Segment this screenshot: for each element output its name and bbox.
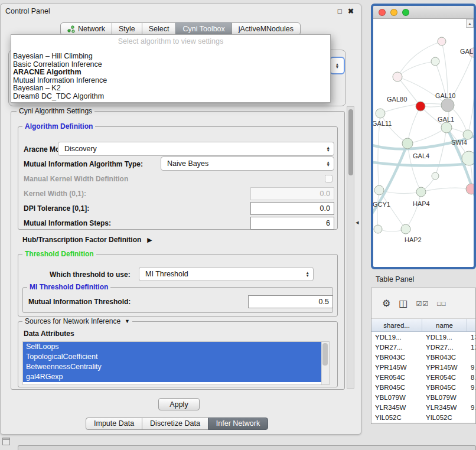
table-row[interactable]: YBL079W YBL079W <box>371 392 475 402</box>
columns-icon[interactable]: ◫ <box>399 299 407 308</box>
traffic-light-yellow[interactable] <box>390 9 397 16</box>
hub-section-toggle[interactable]: Hub/Transcription Factor Definition ▶ <box>22 236 152 244</box>
mi-type-value: Naive Bayes <box>167 159 208 168</box>
mi-threshold-input[interactable] <box>248 295 333 308</box>
which-threshold-value: MI Threshold <box>145 270 188 278</box>
tab-network[interactable]: Network <box>60 22 112 35</box>
select-all-icon[interactable]: ☑☑ <box>416 299 429 308</box>
tab-style[interactable]: Style <box>112 22 142 35</box>
tab-label: Select <box>149 25 169 33</box>
dropdown-item[interactable]: ARACNE Algorithm <box>11 69 330 77</box>
svg-text:HAP4: HAP4 <box>413 200 430 207</box>
kernel-width-input[interactable] <box>250 187 334 200</box>
traffic-light-green[interactable] <box>402 9 409 16</box>
table-cell: YPR145W <box>422 364 467 371</box>
network-window-titlebar[interactable] <box>373 6 474 19</box>
control-panel-titlebar[interactable]: Control Panel □ ✖ <box>1 4 361 18</box>
svg-text:GAL: GAL <box>460 48 473 55</box>
data-attributes-list: SelfLoops TopologicalCoefficient Between… <box>22 341 330 385</box>
svg-text:GAL80: GAL80 <box>387 96 407 103</box>
stepper-icon: ▲▼ <box>325 161 332 167</box>
close-icon[interactable]: ✖ <box>348 7 354 15</box>
algorithm-combobox-button[interactable]: ▲▼ <box>330 57 345 74</box>
table-row[interactable]: YIL052C YIL052C <box>371 412 475 422</box>
table-row[interactable]: YPR145W YPR145W 9. <box>371 362 475 372</box>
table-cell: YDL19... <box>371 334 422 341</box>
tab-impute-data[interactable]: Impute Data <box>86 418 142 430</box>
sources-section-toggle[interactable]: Sources for Network Inference ▼ <box>22 317 132 325</box>
tab-label: Infer Network <box>216 419 260 428</box>
table-cell: YBR043C <box>422 354 467 361</box>
table-cell: YBR045C <box>371 384 422 391</box>
tab-jactivemnodules[interactable]: jActiveMNodules <box>232 22 301 35</box>
svg-text:GAL11: GAL11 <box>373 120 392 127</box>
network-graph[interactable]: GALGAL80GAL10GAL11GAL1SWI4GAL4GCY1HAP4HA… <box>373 19 474 266</box>
list-item[interactable]: TopologicalCoefficient <box>23 352 321 362</box>
dpi-tolerance-input[interactable] <box>250 202 334 215</box>
expand-right-icon: ▶ <box>147 236 152 244</box>
svg-text:GAL10: GAL10 <box>435 92 455 99</box>
list-item[interactable]: SelfLoops <box>23 342 321 352</box>
apply-button-label: Apply <box>169 400 188 409</box>
table-header-row: shared... name <box>371 319 475 332</box>
manual-kernel-checkbox[interactable] <box>325 175 332 182</box>
list-scrollbar[interactable] <box>321 342 329 384</box>
mi-threshold-title: MI Threshold Definition <box>27 283 110 291</box>
dropdown-item[interactable]: Bayesian – K2 <box>11 84 330 93</box>
list-items: SelfLoops TopologicalCoefficient Between… <box>23 342 321 384</box>
tab-discretize-data[interactable]: Discretize Data <box>142 418 208 430</box>
tab-cyni-toolbox[interactable]: Cyni Toolbox <box>175 22 232 35</box>
dropdown-item[interactable]: Dream8 DC_TDC Algorithm <box>11 93 330 101</box>
stepper-icon: ▲▼ <box>334 63 341 69</box>
settings-scrollbar[interactable] <box>347 106 354 389</box>
which-threshold-select[interactable]: MI Threshold ▲▼ <box>139 267 314 281</box>
table-row[interactable]: YDR27... YDR27... 12 <box>371 342 475 352</box>
table-toolbar: ⚙ ◫ ☑☑ □□ <box>371 288 475 319</box>
dropdown-item[interactable]: Basic Correlation Inference <box>11 61 330 69</box>
mi-type-select[interactable]: Naive Bayes ▲▼ <box>161 156 334 171</box>
table-cell: YBL079W <box>371 394 422 401</box>
network-icon <box>67 25 75 33</box>
table-row[interactable]: YLR345W YLR345W 9. <box>371 402 475 412</box>
gear-icon[interactable]: ⚙ <box>382 299 390 308</box>
dropdown-item[interactable]: Mutual Information Inference <box>11 77 330 85</box>
table-cell: YBR043C <box>371 354 422 361</box>
tab-select[interactable]: Select <box>142 22 177 35</box>
table-cell: 9. <box>467 364 475 371</box>
apply-button[interactable]: Apply <box>158 398 200 410</box>
kernel-width-label: Kernel Width (0,1): <box>24 190 86 198</box>
tab-label: Impute Data <box>94 419 134 428</box>
collapsed-panel-icon[interactable] <box>2 438 10 445</box>
list-item[interactable]: BetweennessCentrality <box>23 362 321 372</box>
network-canvas[interactable]: GALGAL80GAL10GAL11GAL1SWI4GAL4GCY1HAP4HA… <box>373 19 474 266</box>
stepper-icon: ▲▼ <box>304 271 311 278</box>
deselect-all-icon[interactable]: □□ <box>437 299 446 308</box>
table-cell: 13 <box>467 334 475 341</box>
list-scrollbar-thumb[interactable] <box>322 343 328 366</box>
mi-steps-input[interactable] <box>250 217 334 230</box>
column-header[interactable] <box>467 319 475 331</box>
column-header[interactable]: name <box>422 319 467 331</box>
table-row[interactable]: YBR043C YBR043C <box>371 352 475 362</box>
table-cell: YDL19... <box>422 334 467 341</box>
table-row[interactable]: YBR045C YBR045C 9. <box>371 382 475 392</box>
column-header[interactable]: shared... <box>371 319 422 331</box>
aracne-mode-value: Discovery <box>64 145 97 153</box>
which-threshold-label: Which threshold to use: <box>50 270 131 279</box>
aracne-mode-select[interactable]: Discovery ▲▼ <box>58 142 334 156</box>
table-row[interactable]: YER054C YER054C 8. <box>371 372 475 382</box>
tab-infer-network[interactable]: Infer Network <box>208 418 268 430</box>
table-row[interactable]: YDL19... YDL19... 13 <box>371 332 475 342</box>
table-cell: 9. <box>467 384 475 391</box>
traffic-light-red[interactable] <box>379 9 386 16</box>
dropdown-item[interactable]: Bayesian – Hill Climbing <box>11 53 330 61</box>
table-cell: YLR345W <box>371 404 422 411</box>
table-cell: YER054C <box>422 374 467 381</box>
tab-label: jActiveMNodules <box>239 25 294 33</box>
list-item[interactable]: gal4RGexp <box>23 372 321 382</box>
canvas-scrollbar-stub[interactable]: ▲ <box>466 19 474 28</box>
settings-scrollbar-thumb[interactable] <box>348 109 353 175</box>
table-cell: YLR345W <box>422 404 467 411</box>
minimize-icon[interactable]: □ <box>338 7 342 15</box>
splitpane-collapse-arrow[interactable]: ◂ <box>356 219 359 226</box>
